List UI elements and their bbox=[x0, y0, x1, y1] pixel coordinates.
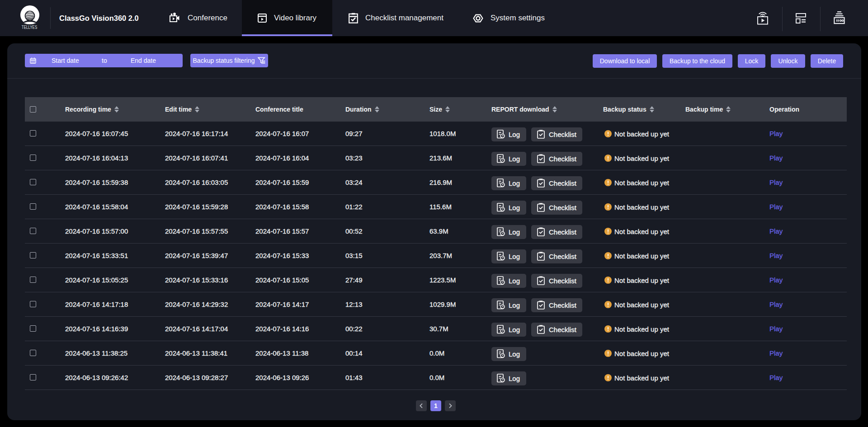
svg-text:TELLYES: TELLYES bbox=[22, 24, 38, 30]
